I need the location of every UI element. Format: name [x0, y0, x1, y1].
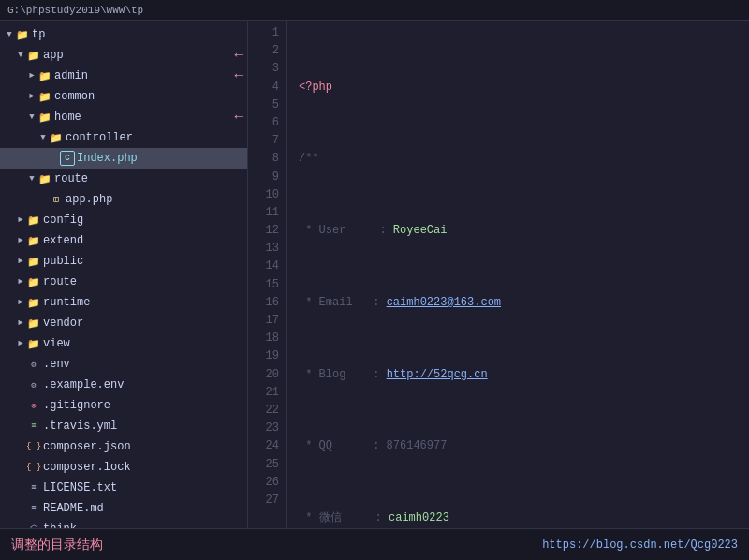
tree-item-route-home[interactable]: ▼ 📁 route	[0, 169, 247, 189]
tree-item-travisyml[interactable]: ► ≡ .travis.yml	[0, 416, 247, 436]
tree-item-controller[interactable]: ▼ 📁 controller	[0, 127, 247, 148]
ln-26: 26	[256, 474, 279, 492]
tree-item-readme[interactable]: ► ≡ README.md	[0, 498, 247, 519]
chevron-controller: ▼	[37, 133, 49, 142]
tree-label-route-home: route	[54, 172, 88, 185]
arrow-app: ←	[234, 47, 243, 64]
code-line-4: * Email : caimh0223@163.com	[299, 294, 749, 312]
chevron-config: ►	[15, 215, 26, 225]
tree-label-app: app	[43, 49, 64, 62]
tree-label-composerjson: composer.json	[43, 440, 131, 453]
tree-item-composerlock[interactable]: ► { } composer.lock	[0, 457, 247, 478]
arrow-admin: ←	[234, 67, 243, 84]
tree-label-think: think	[43, 523, 77, 528]
ln-2: 2	[256, 42, 279, 60]
chevron-home: ▼	[26, 112, 37, 122]
ln-25: 25	[256, 456, 279, 474]
tree-item-extend[interactable]: ► 📁 extend	[0, 230, 247, 251]
tree-item-indexphp[interactable]: ► C Index.php	[0, 148, 247, 169]
folder-icon-view: 📁	[26, 336, 41, 351]
code-area[interactable]: 1 2 3 4 5 6 7 8 9 10 11 12 13 14 15 16 1…	[248, 21, 749, 528]
ln-11: 11	[256, 204, 279, 222]
folder-icon-controller: 📁	[49, 130, 64, 145]
tree-item-common[interactable]: ► 📁 common	[0, 86, 247, 107]
chevron-extend: ►	[15, 236, 26, 245]
ln-7: 7	[256, 132, 279, 150]
tree-item-route-root[interactable]: ► 📁 route	[0, 272, 247, 292]
ln-4: 4	[256, 79, 279, 96]
ln-17: 17	[256, 312, 279, 330]
chevron-vendor: ►	[15, 318, 26, 328]
yml-icon: ≡	[26, 419, 41, 434]
tree-item-think[interactable]: ► ⬡ think	[0, 519, 247, 528]
tree-label-readme: README.md	[43, 502, 104, 515]
tree-item-exampleenv[interactable]: ► ⚙ .example.env	[0, 375, 247, 395]
tree-item-public[interactable]: ► 📁 public	[0, 251, 247, 272]
tree-item-config[interactable]: ► 📁 config	[0, 210, 247, 230]
think-icon: ⬡	[26, 522, 41, 528]
ln-8: 8	[256, 150, 279, 168]
tree-label-exampleenv: .example.env	[43, 378, 124, 391]
tree-label-composerlock: composer.lock	[43, 461, 131, 474]
chevron-admin: ►	[26, 71, 37, 81]
line-numbers: 1 2 3 4 5 6 7 8 9 10 11 12 13 14 15 16 1…	[248, 21, 287, 528]
tree-label-public: public	[43, 255, 83, 268]
folder-icon-route-root: 📁	[26, 274, 41, 289]
folder-icon-config: 📁	[26, 213, 41, 228]
code-line-2: /**	[299, 150, 749, 168]
json-icon-lock: { }	[26, 460, 41, 475]
folder-icon-home: 📁	[37, 110, 52, 125]
code-line-1: <?php	[299, 79, 749, 96]
folder-icon-public: 📁	[26, 254, 41, 269]
ln-6: 6	[256, 114, 279, 132]
ln-22: 22	[256, 402, 279, 420]
tree-item-view[interactable]: ► 📁 view	[0, 333, 247, 354]
tree-item-runtime[interactable]: ► 📁 runtime	[0, 292, 247, 313]
ln-12: 12	[256, 222, 279, 240]
tree-label-travisyml: .travis.yml	[43, 420, 117, 433]
chevron-route-home: ▼	[26, 174, 37, 184]
tree-label-controller: controller	[66, 131, 133, 144]
tree-label-tp: tp	[32, 28, 45, 41]
tree-item-env[interactable]: ► ⚙ .env	[0, 354, 247, 375]
ln-20: 20	[256, 366, 279, 384]
tree-item-appphp[interactable]: ► ⊞ app.php	[0, 189, 247, 210]
tree-item-gitignore[interactable]: ► ⊗ .gitignore	[0, 395, 247, 416]
txt-icon-readme: ≡	[26, 501, 41, 516]
folder-icon-admin: 📁	[37, 68, 52, 83]
ln-15: 15	[256, 276, 279, 294]
tree-item-license[interactable]: ► ≡ LICENSE.txt	[0, 478, 247, 498]
ln-9: 9	[256, 169, 279, 186]
tree-label-runtime: runtime	[43, 296, 90, 309]
tree-item-composerjson[interactable]: ► { } composer.json	[0, 436, 247, 457]
folder-icon-route-home: 📁	[37, 171, 52, 186]
file-tree[interactable]: ▼ 📁 tp ▼ 📁 app ← ► 📁 admin ← ► 📁 common …	[0, 21, 248, 528]
tree-label-extend: extend	[43, 234, 83, 247]
ln-13: 13	[256, 240, 279, 258]
code-line-7: * 微信 : caimh0223	[299, 509, 749, 527]
chevron-route-root: ►	[15, 277, 26, 287]
tree-item-admin[interactable]: ► 📁 admin ←	[0, 66, 247, 86]
top-bar: G:\phpstudy2019\WWW\tp	[0, 0, 749, 21]
code-line-3: * User : RoyeeCai	[299, 222, 749, 240]
tree-item-app[interactable]: ▼ 📁 app ←	[0, 45, 247, 66]
ln-19: 19	[256, 347, 279, 365]
env-icon: ⚙	[26, 357, 41, 372]
exampleenv-icon: ⚙	[26, 377, 41, 392]
tree-item-tp[interactable]: ▼ 📁 tp	[0, 24, 247, 45]
chevron-common: ►	[26, 92, 37, 101]
folder-icon-extend: 📁	[26, 233, 41, 248]
tree-item-home[interactable]: ▼ 📁 home ←	[0, 107, 247, 127]
tree-label-route-root: route	[43, 275, 77, 288]
chevron-runtime: ►	[15, 298, 26, 307]
main-layout: ▼ 📁 tp ▼ 📁 app ← ► 📁 admin ← ► 📁 common …	[0, 21, 749, 528]
csdn-link[interactable]: https://blog.csdn.net/Qcg0223	[542, 538, 738, 552]
tree-item-vendor[interactable]: ► 📁 vendor	[0, 313, 247, 333]
code-line-5: * Blog : http://52qcg.cn	[299, 366, 749, 384]
code-content: <?php /** * User : RoyeeCai * Email : ca…	[287, 21, 749, 528]
chevron-public: ►	[15, 257, 26, 266]
ln-1: 1	[256, 24, 279, 42]
folder-icon-app: 📁	[26, 48, 41, 63]
code-editor: 1 2 3 4 5 6 7 8 9 10 11 12 13 14 15 16 1…	[248, 21, 749, 528]
folder-icon-runtime: 📁	[26, 295, 41, 310]
